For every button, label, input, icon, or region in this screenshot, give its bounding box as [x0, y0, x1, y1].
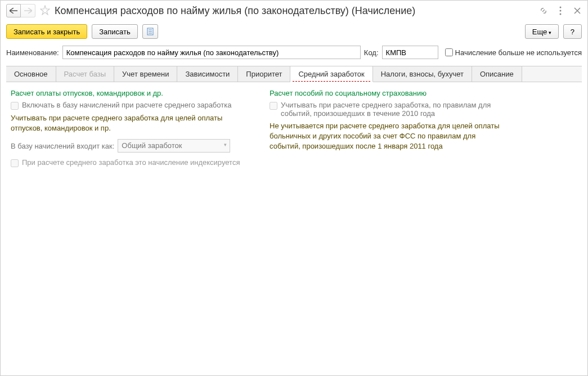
window-title: Компенсация расходов по найму жилья (по … [55, 5, 539, 17]
document-icon [147, 28, 154, 35]
tab-main[interactable]: Основное [6, 66, 56, 82]
favorite-star-icon[interactable] [40, 5, 51, 16]
unused-label: Начисление больше не используется [455, 48, 582, 57]
save-and-close-button[interactable]: Записать и закрыть [6, 24, 87, 39]
include-base-label: Включать в базу начислений при расчете с… [22, 101, 231, 109]
right-desc: Не учитывается при расчете среднего зара… [270, 121, 506, 152]
forward-button[interactable] [21, 4, 35, 17]
name-label: Наименование: [6, 48, 59, 57]
svg-point-0 [560, 7, 562, 8]
unused-checkbox-wrap[interactable]: Начисление больше не используется [445, 48, 582, 57]
right-section-title: Расчет пособий по социальному страховани… [270, 89, 506, 97]
left-column: Расчет оплаты отпусков, командировок и д… [11, 89, 247, 171]
arrow-right-icon [24, 8, 32, 14]
link-icon[interactable] [539, 6, 548, 15]
tab-desc[interactable]: Описание [472, 66, 522, 82]
svg-point-2 [560, 14, 562, 15]
name-input[interactable] [62, 46, 361, 59]
fss-2010-checkbox [270, 102, 277, 110]
save-button[interactable]: Записать [92, 24, 138, 39]
tab-avg[interactable]: Средний заработок [290, 66, 372, 82]
enters-as-label: В базу начислений входит как: [11, 142, 114, 150]
left-desc: Учитывать при расчете среднего заработка… [11, 113, 247, 133]
tab-taxes[interactable]: Налоги, взносы, бухучет [373, 66, 472, 82]
indexed-label: При расчете среднего заработка это начис… [22, 158, 240, 167]
close-icon[interactable] [573, 6, 582, 15]
report-button[interactable] [142, 24, 158, 39]
kebab-menu-icon[interactable] [556, 6, 565, 15]
help-button[interactable]: ? [563, 24, 582, 39]
include-base-checkbox [11, 102, 19, 110]
code-label: Код: [364, 48, 379, 57]
tab-time[interactable]: Учет времени [114, 66, 177, 82]
left-section-title: Расчет оплаты отпусков, командировок и д… [11, 89, 247, 97]
back-button[interactable] [6, 4, 21, 17]
fss-2010-label: Учитывать при расчете среднего заработка… [281, 101, 506, 118]
tab-priority[interactable]: Приоритет [238, 66, 290, 82]
tab-base[interactable]: Расчет базы [56, 66, 115, 82]
unused-checkbox[interactable] [445, 48, 453, 56]
right-column: Расчет пособий по социальному страховани… [270, 89, 506, 171]
indexed-checkbox [11, 159, 19, 167]
arrow-left-icon [10, 8, 17, 14]
more-button[interactable]: Еще [525, 24, 559, 39]
svg-point-1 [560, 10, 562, 12]
code-input[interactable] [382, 46, 438, 59]
tab-deps[interactable]: Зависимости [177, 66, 238, 82]
enters-as-select[interactable]: Общий заработок [118, 139, 230, 153]
tabs-bar: Основное Расчет базы Учет времени Зависи… [6, 66, 582, 82]
